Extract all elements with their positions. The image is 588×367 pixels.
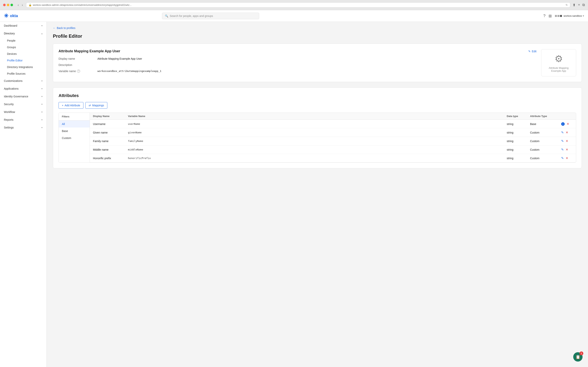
sidebar-sub-label-profile-sources: Profile Sources — [7, 72, 25, 75]
chevron-down-icon — [42, 80, 42, 82]
sidebar-sub-item-directory-integrations[interactable]: Directory Integrations — [0, 64, 46, 70]
filter-base[interactable]: Base — [59, 127, 90, 134]
variable-name-info-icon[interactable]: ? — [77, 70, 80, 73]
cell-attribute-type: Custom — [530, 131, 561, 134]
delete-icon[interactable]: ✕ — [567, 122, 569, 126]
edit-icon[interactable]: ✎ — [561, 148, 564, 151]
variable-name-label: Variable name ? — [59, 70, 97, 73]
sidebar-item-security[interactable]: Security — [0, 100, 46, 108]
okta-star-icon: ✳ — [4, 13, 8, 19]
grid-icon[interactable]: ⊞ — [548, 14, 552, 18]
sidebar-sub-item-people[interactable]: People — [0, 37, 46, 44]
traffic-lights — [3, 4, 13, 6]
maximize-button[interactable] — [10, 4, 13, 6]
address-bar[interactable]: 🔒 workos-sandbox-admin.oktapreview.com/a… — [26, 2, 571, 8]
variable-name-value: workossandbox_attributemappingexampleapp… — [97, 70, 161, 73]
browser-chrome: ‹ › 🔒 workos-sandbox-admin.oktapreview.c… — [0, 0, 588, 10]
back-to-profiles-link[interactable]: ← Back to profiles — [53, 26, 582, 30]
cell-variable-name: givenName — [128, 131, 507, 134]
sidebar-item-workflow[interactable]: Workflow — [0, 108, 46, 116]
share-icon[interactable]: ⬆ — [573, 3, 576, 7]
workspace-selector[interactable]: workos-sandbox ▾ — [555, 14, 584, 17]
sidebar-item-customizations[interactable]: Customizations — [0, 77, 46, 85]
notification-badge[interactable]: 📋 1 — [573, 352, 583, 362]
sidebar-label-customizations: Customizations — [4, 79, 23, 83]
windows-icon[interactable]: ⧉ — [582, 3, 585, 7]
col-header-attribute-type: Attribute Type — [530, 115, 561, 118]
attributes-section-title: Attributes — [59, 93, 576, 98]
app-logo-box: ⚙ Attribute MappingExample App — [541, 49, 576, 76]
sidebar-label-reports: Reports — [4, 118, 13, 121]
url-text: workos-sandbox-admin.oktapreview.com/adm… — [33, 3, 132, 6]
cell-variable-name: middleName — [128, 148, 507, 151]
plus-icon: + — [62, 104, 63, 107]
sidebar-item-directory[interactable]: Directory — [0, 30, 46, 37]
new-tab-icon[interactable]: + — [578, 3, 580, 7]
chevron-down-icon — [42, 95, 42, 98]
mappings-icon: ⇄ — [89, 104, 91, 107]
edit-icon[interactable]: ✎ — [561, 139, 564, 143]
filters-header: Filters — [59, 113, 90, 121]
delete-icon[interactable]: ✕ — [566, 139, 568, 143]
sidebar-item-settings[interactable]: Settings — [0, 124, 46, 131]
edit-icon[interactable]: ✎ — [561, 131, 564, 134]
info-icon[interactable]: i — [561, 122, 565, 126]
cell-variable-name: userName — [128, 123, 507, 125]
reload-icon[interactable]: ↻ — [566, 3, 568, 6]
row-actions: ✎ ✕ — [561, 156, 573, 160]
help-icon[interactable]: ? — [543, 14, 546, 18]
cell-data-type: string — [507, 157, 530, 160]
sidebar-sub-label-devices: Devices — [7, 52, 17, 55]
chevron-down-icon — [42, 103, 42, 106]
sidebar-sub-label-profile-editor: Profile Editor — [7, 59, 23, 62]
page-title: Profile Editor — [53, 33, 582, 39]
cell-data-type: string — [507, 131, 530, 134]
sidebar-sub-item-profile-editor[interactable]: Profile Editor — [0, 57, 46, 64]
filters-panel: Filters All Base Custom — [59, 113, 90, 163]
cell-data-type: string — [507, 140, 530, 143]
back-nav-button[interactable]: ‹ — [17, 2, 19, 8]
minimize-button[interactable] — [7, 4, 9, 6]
sidebar-item-reports[interactable]: Reports — [0, 116, 46, 124]
sidebar-item-identity-governance[interactable]: Identity Governance — [0, 92, 46, 100]
cell-attribute-type: Custom — [530, 148, 561, 151]
global-search-bar[interactable]: 🔍 Search for people, apps and groups — [162, 13, 259, 19]
delete-icon[interactable]: ✕ — [566, 131, 568, 134]
sidebar-item-dashboard[interactable]: Dashboard — [0, 22, 46, 30]
table-row: Username userName string Base i ✕ — [90, 120, 576, 128]
col-header-data-type: Data type — [507, 115, 530, 118]
edit-profile-button[interactable]: ✎ Edit — [528, 50, 537, 53]
content-area: ← Back to profiles Profile Editor Attrib… — [47, 22, 588, 367]
mappings-button[interactable]: ⇄ Mappings — [85, 102, 107, 109]
table-row: Family name familyName string Custom ✎ ✕ — [90, 137, 576, 145]
sidebar-sub-item-groups[interactable]: Groups — [0, 44, 46, 50]
sidebar-label-security: Security — [4, 103, 14, 106]
sidebar-sub-label-people: People — [7, 39, 16, 42]
chevron-down-icon — [42, 126, 42, 129]
search-icon: 🔍 — [165, 14, 168, 17]
filter-custom[interactable]: Custom — [59, 134, 90, 142]
attributes-section: Attributes + Add Attribute ⇄ Mappings Fi… — [53, 87, 582, 168]
table-header-row: Display Name Variable Name Data type Att… — [90, 113, 576, 120]
forward-nav-button[interactable]: › — [21, 2, 24, 8]
sidebar-label-identity-governance: Identity Governance — [4, 95, 28, 98]
cell-display-name: Username — [93, 123, 128, 125]
close-button[interactable] — [3, 4, 6, 6]
app-logo-name: Attribute MappingExample App — [549, 67, 569, 72]
sidebar: Dashboard Directory People Groups Device… — [0, 22, 47, 367]
sidebar-sub-item-devices[interactable]: Devices — [0, 50, 46, 57]
mappings-label: Mappings — [92, 104, 104, 107]
chevron-down-icon — [42, 87, 42, 90]
add-attribute-button[interactable]: + Add Attribute — [59, 102, 84, 109]
app-container: ✳ okta 🔍 Search for people, apps and gro… — [0, 10, 588, 367]
back-arrow-icon: ← — [53, 26, 56, 30]
delete-icon[interactable]: ✕ — [566, 148, 568, 151]
sidebar-item-applications[interactable]: Applications — [0, 85, 46, 92]
delete-icon[interactable]: ✕ — [566, 156, 568, 160]
filter-all[interactable]: All — [59, 121, 90, 127]
cell-display-name: Given name — [93, 131, 128, 134]
edit-icon[interactable]: ✎ — [561, 156, 564, 160]
attributes-table: Display Name Variable Name Data type Att… — [90, 113, 576, 163]
attributes-table-layout: Filters All Base Custom — [59, 113, 576, 163]
sidebar-sub-item-profile-sources[interactable]: Profile Sources — [0, 70, 46, 77]
